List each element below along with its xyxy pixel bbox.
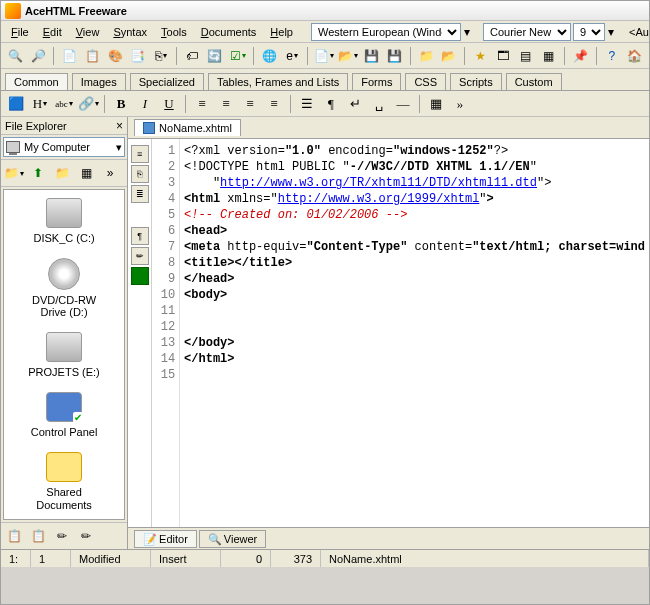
save-icon[interactable]: 💾 bbox=[361, 45, 382, 67]
marker-icon[interactable] bbox=[131, 267, 149, 285]
more-icon[interactable]: » bbox=[99, 162, 121, 184]
format-icon[interactable]: ¶ bbox=[320, 93, 342, 115]
globe-icon[interactable]: 🌐 bbox=[259, 45, 280, 67]
menu-file[interactable]: File bbox=[5, 24, 35, 40]
new-icon[interactable]: 📄▾ bbox=[313, 45, 335, 67]
tag-icon[interactable]: 🏷 bbox=[182, 45, 203, 67]
tab-specialized[interactable]: Specialized bbox=[130, 73, 204, 90]
explorer-item[interactable]: Control Panel bbox=[31, 392, 98, 438]
pin-icon[interactable]: 📌 bbox=[570, 45, 591, 67]
check-icon[interactable]: ☑▾ bbox=[227, 45, 248, 67]
explorer-item[interactable]: Shared Documents bbox=[19, 452, 109, 510]
favorite-icon[interactable]: ★ bbox=[470, 45, 491, 67]
tab-common[interactable]: Common bbox=[5, 73, 68, 90]
break-icon[interactable]: ↵ bbox=[344, 93, 366, 115]
editor-tab[interactable]: 📝 Editor bbox=[134, 530, 197, 548]
pencil-icon[interactable]: ✏ bbox=[75, 525, 97, 547]
folder-icon[interactable]: 📁 bbox=[416, 45, 437, 67]
explorer-item-list[interactable]: DISK_C (C:)DVD/CD-RW Drive (D:)PROJETS (… bbox=[3, 189, 125, 520]
save-all-icon[interactable]: 💾 bbox=[384, 45, 405, 67]
panel-icon[interactable]: ▤ bbox=[516, 45, 537, 67]
home-icon[interactable]: 🏠 bbox=[624, 45, 645, 67]
find-icon[interactable]: 🔎 bbox=[28, 45, 49, 67]
tab-tables[interactable]: Tables, Frames and Lists bbox=[208, 73, 348, 90]
header-icon[interactable]: H▾ bbox=[29, 93, 51, 115]
encoding-arrow-icon[interactable]: ▾ bbox=[463, 21, 471, 43]
ie-icon[interactable]: e▾ bbox=[282, 45, 303, 67]
tab-custom[interactable]: Custom bbox=[506, 73, 562, 90]
new-folder-icon[interactable]: 📁▾ bbox=[3, 162, 25, 184]
menu-help[interactable]: Help bbox=[264, 24, 299, 40]
underline-icon[interactable]: U bbox=[158, 93, 180, 115]
folder-open-icon[interactable]: 📂 bbox=[438, 45, 459, 67]
main-area: File Explorer × My Computer ▾ 📁▾ ⬆ 📁 ▦ »… bbox=[1, 117, 649, 549]
help-icon[interactable]: ? bbox=[602, 45, 623, 67]
open-icon[interactable]: 📂▾ bbox=[337, 45, 359, 67]
menu-tools[interactable]: Tools bbox=[155, 24, 193, 40]
menu-view[interactable]: View bbox=[70, 24, 106, 40]
window-icon[interactable]: 🗔 bbox=[493, 45, 514, 67]
menu-syntax[interactable]: Syntax bbox=[107, 24, 153, 40]
nbsp-icon[interactable]: ␣ bbox=[368, 93, 390, 115]
explorer-item[interactable]: PROJETS (E:) bbox=[28, 332, 100, 378]
view-icon[interactable]: ▦ bbox=[75, 162, 97, 184]
document-tab[interactable]: NoName.xhtml bbox=[134, 119, 241, 136]
pilcrow-icon[interactable]: ¶ bbox=[131, 227, 149, 245]
tab-forms[interactable]: Forms bbox=[352, 73, 401, 90]
tab-scripts[interactable]: Scripts bbox=[450, 73, 502, 90]
document-tab-label: NoName.xhtml bbox=[159, 122, 232, 134]
explorer-close-icon[interactable]: × bbox=[116, 119, 123, 133]
gutter-icon[interactable]: ≡ bbox=[131, 145, 149, 163]
align-right-icon[interactable]: ≡ bbox=[239, 93, 261, 115]
ruler-icon[interactable]: — bbox=[392, 93, 414, 115]
grid-tool-icon[interactable]: ▦ bbox=[425, 93, 447, 115]
font-size-dropdown[interactable]: 9 bbox=[573, 23, 605, 41]
binoculars-icon[interactable]: 🔍 bbox=[5, 45, 26, 67]
tool-icon[interactable]: 📄 bbox=[59, 45, 80, 67]
explorer-item[interactable]: DVD/CD-RW Drive (D:) bbox=[19, 258, 109, 318]
align-left-icon[interactable]: ≡ bbox=[191, 93, 213, 115]
explorer-title: File Explorer bbox=[5, 120, 67, 132]
pencil-icon[interactable]: ✏ bbox=[131, 247, 149, 265]
code-content[interactable]: <?xml version="1.0" encoding="windows-12… bbox=[180, 139, 649, 527]
tab-css[interactable]: CSS bbox=[405, 73, 446, 90]
tool-icon[interactable]: ⎘▾ bbox=[150, 45, 171, 67]
tab-icon[interactable]: 📋 bbox=[27, 525, 49, 547]
chevrons-icon[interactable]: » bbox=[449, 93, 471, 115]
bold-icon[interactable]: B bbox=[110, 93, 132, 115]
palette-icon[interactable]: 🎨 bbox=[105, 45, 126, 67]
separator bbox=[307, 47, 308, 65]
abc-icon[interactable]: abc▾ bbox=[53, 93, 75, 115]
link-icon[interactable]: 🔗▾ bbox=[77, 93, 99, 115]
viewer-tab[interactable]: 🔍 Viewer bbox=[199, 530, 266, 548]
font-arrow-icon[interactable]: ▾ bbox=[607, 21, 615, 43]
italic-icon[interactable]: I bbox=[134, 93, 156, 115]
align-justify-icon[interactable]: ≡ bbox=[263, 93, 285, 115]
encoding-dropdown[interactable]: Western European (Window bbox=[311, 23, 461, 41]
tab-images[interactable]: Images bbox=[72, 73, 126, 90]
explorer-item[interactable]: DISK_C (C:) bbox=[33, 198, 94, 244]
separator bbox=[53, 47, 54, 65]
refresh-icon[interactable]: 🔄 bbox=[205, 45, 226, 67]
font-dropdown[interactable]: Courier New bbox=[483, 23, 571, 41]
explorer-item-label: DVD/CD-RW Drive (D:) bbox=[19, 294, 109, 318]
editor-gutter: ≡ ⎘ ≣ ¶ ✏ bbox=[128, 139, 152, 527]
gutter-icon[interactable]: ⎘ bbox=[131, 165, 149, 183]
align-center-icon[interactable]: ≡ bbox=[215, 93, 237, 115]
tool-icon[interactable]: 📋 bbox=[82, 45, 103, 67]
color-icon[interactable]: 🟦 bbox=[5, 93, 27, 115]
tool-icon[interactable]: 📑 bbox=[128, 45, 149, 67]
tab-icon[interactable]: 📋 bbox=[3, 525, 25, 547]
explorer-location-dropdown[interactable]: My Computer ▾ bbox=[3, 137, 125, 157]
list-icon[interactable]: ☰ bbox=[296, 93, 318, 115]
folder-icon[interactable]: 📁 bbox=[51, 162, 73, 184]
file-explorer-panel: File Explorer × My Computer ▾ 📁▾ ⬆ 📁 ▦ »… bbox=[1, 117, 128, 549]
menu-documents[interactable]: Documents bbox=[195, 24, 263, 40]
code-editor[interactable]: ≡ ⎘ ≣ ¶ ✏ 123456789101112131415 <?xml ve… bbox=[128, 139, 649, 527]
up-icon[interactable]: ⬆ bbox=[27, 162, 49, 184]
explorer-footer: 📋 📋 ✏ ✏ bbox=[1, 522, 127, 549]
pencil-icon[interactable]: ✏ bbox=[51, 525, 73, 547]
grid-icon[interactable]: ▦ bbox=[538, 45, 559, 67]
gutter-icon[interactable]: ≣ bbox=[131, 185, 149, 203]
menu-edit[interactable]: Edit bbox=[37, 24, 68, 40]
